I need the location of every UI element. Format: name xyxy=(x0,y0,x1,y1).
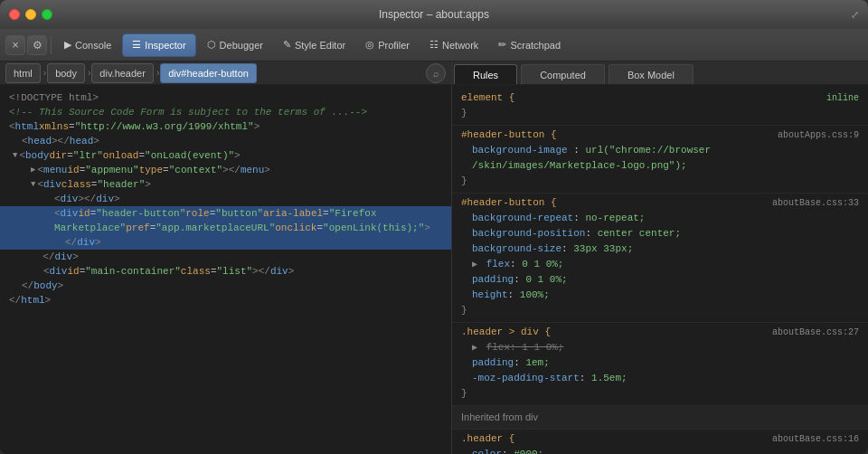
css-selector-header-div: .header > div { xyxy=(461,325,551,340)
profiler-icon: ◎ xyxy=(365,39,374,51)
inspector-label: Inspector xyxy=(145,40,185,51)
css-rule-header-button-1-header: #header-button { aboutApps.css:9 xyxy=(461,128,859,143)
html-line-doctype: <!DOCTYPE html> xyxy=(0,90,451,105)
content-area: html › body › div.header › div#header-bu… xyxy=(0,61,868,454)
css-prop-flex: ▶ flex: 0 1 0%; xyxy=(461,257,859,272)
css-rule-header-div-header: .header > div { aboutBase.css:27 xyxy=(461,325,859,340)
breadcrumb-div-header-button[interactable]: div#header-button xyxy=(160,63,257,83)
css-selector-header-button-1: #header-button { xyxy=(461,128,557,143)
css-source-about-base-16[interactable]: aboutBase.css:16 xyxy=(772,431,859,447)
traffic-lights xyxy=(9,9,52,20)
css-rule-header-button-2: #header-button { aboutBase.css:33 backgr… xyxy=(452,194,868,323)
tab-box-model[interactable]: Box Model xyxy=(609,64,693,84)
css-prop-color: color: #000; xyxy=(461,447,859,454)
html-line-close-html: </html> xyxy=(0,293,451,307)
html-line-main-container: <div id="main-container" class="list"></… xyxy=(0,264,451,279)
html-line-header-button[interactable]: <div id="header-button" role="button" ar… xyxy=(0,206,451,221)
breadcrumb: html › body › div.header › div#header-bu… xyxy=(0,61,451,85)
flex-expand-arrow[interactable]: ▶ xyxy=(472,260,477,270)
html-line-header-button-close[interactable]: </div> xyxy=(0,235,451,250)
div-header-expand-arrow[interactable]: ▼ xyxy=(31,177,35,192)
breadcrumb-arrow-2: › xyxy=(88,68,90,78)
css-rule-header-button-2-close: } xyxy=(461,303,859,318)
css-rule-element-close: } xyxy=(461,106,859,121)
x-icon: × xyxy=(12,38,19,52)
style-editor-icon: ✎ xyxy=(283,39,291,51)
css-rule-header-header: .header { aboutBase.css:16 xyxy=(461,431,859,447)
html-line-close-div: </div> xyxy=(0,250,451,264)
network-icon: ☷ xyxy=(429,39,439,51)
window-title: Inspector – about:apps xyxy=(379,8,489,21)
css-source-about-base-27[interactable]: aboutBase.css:27 xyxy=(772,325,859,340)
css-rule-header-div: .header > div { aboutBase.css:27 ▶ flex:… xyxy=(452,323,868,406)
search-icon: ⌕ xyxy=(433,68,439,79)
scratchpad-icon: ✏ xyxy=(498,39,506,51)
css-source-about-base-33[interactable]: aboutBase.css:33 xyxy=(772,195,859,211)
breadcrumb-arrow-3: › xyxy=(156,68,159,78)
breadcrumb-html[interactable]: html xyxy=(5,63,41,83)
html-line-close-body: </body> xyxy=(0,279,451,293)
profiler-label: Profiler xyxy=(378,40,410,51)
debugger-icon: ⬡ xyxy=(207,39,216,51)
flex-expand-arrow-2[interactable]: ▶ xyxy=(472,343,477,353)
css-prop-bg-position: background-position: center center; xyxy=(461,226,859,241)
console-tab-button[interactable]: ▶ Console xyxy=(55,33,120,57)
tab-rules[interactable]: Rules xyxy=(454,64,517,84)
css-prop-bg-size: background-size: 33px 33px; xyxy=(461,241,859,257)
tab-computed[interactable]: Computed xyxy=(521,64,605,84)
devtools-window: Inspector – about:apps ⤢ × ⚙ ▶ Console ☰… xyxy=(0,0,868,454)
css-rule-header-div-close: } xyxy=(461,386,859,402)
css-rules-panel[interactable]: element { inline } #header-button { abou… xyxy=(452,85,868,454)
css-prop-padding: padding: 0 1 0%; xyxy=(461,272,859,288)
close-devtools-button[interactable]: × xyxy=(5,35,25,55)
main-toolbar: × ⚙ ▶ Console ☰ Inspector ⬡ Debugger ✎ S… xyxy=(0,29,868,61)
debugger-tab-button[interactable]: ⬡ Debugger xyxy=(198,33,272,57)
css-selector-element: element { xyxy=(461,90,514,106)
minimize-button[interactable] xyxy=(25,9,36,20)
html-line-head: <head></head> xyxy=(0,134,451,148)
html-line-comment: <!-- This Source Code Form is subject to… xyxy=(0,105,451,119)
css-prop-flex-strike: ▶ flex: 1 1 0%; xyxy=(461,340,859,355)
css-prop-bg-image: background-image : url("chrome://browser xyxy=(461,143,859,158)
css-rule-header-button-2-header: #header-button { aboutBase.css:33 xyxy=(461,195,859,211)
style-editor-tab-button[interactable]: ✎ Style Editor xyxy=(274,33,354,57)
scratchpad-label: Scratchpad xyxy=(510,40,561,51)
css-prop-moz-padding: -moz-padding-start: 1.5em; xyxy=(461,371,859,386)
html-line-div-header: ▼ <div class="header"> xyxy=(0,177,451,192)
css-rule-element-header: element { inline xyxy=(461,90,859,106)
maximize-button[interactable] xyxy=(42,9,52,20)
css-rule-header-button-1-close: } xyxy=(461,174,859,189)
console-icon: ▶ xyxy=(64,39,71,51)
right-panel: Rules Computed Box Model element { inlin… xyxy=(452,61,868,454)
css-source-inline: inline xyxy=(826,90,859,106)
body-expand-arrow[interactable]: ▼ xyxy=(13,148,17,163)
css-prop-bg-image-2: /skin/images/Marketplace-logo.png"); xyxy=(461,158,859,174)
css-rule-header: .header { aboutBase.css:16 color: #000; … xyxy=(452,430,868,454)
settings-button[interactable]: ⚙ xyxy=(27,35,47,55)
html-source-panel[interactable]: <!DOCTYPE html> <!-- This Source Code Fo… xyxy=(0,85,451,454)
expand-icon[interactable]: ⤢ xyxy=(851,9,859,21)
network-label: Network xyxy=(442,40,478,51)
inspector-icon: ☰ xyxy=(132,39,141,51)
html-line-div-empty: <div></div> xyxy=(0,192,451,206)
breadcrumb-body[interactable]: body xyxy=(47,63,85,83)
inherited-div-label: Inherited from div xyxy=(452,406,868,430)
network-tab-button[interactable]: ☷ Network xyxy=(420,33,487,57)
css-prop-height: height: 100%; xyxy=(461,288,859,303)
css-source-about-apps[interactable]: aboutApps.css:9 xyxy=(778,128,859,143)
profiler-tab-button[interactable]: ◎ Profiler xyxy=(356,33,419,57)
breadcrumb-search-button[interactable]: ⌕ xyxy=(426,63,446,83)
breadcrumb-div-header[interactable]: div.header xyxy=(91,63,154,83)
scratchpad-tab-button[interactable]: ✏ Scratchpad xyxy=(489,33,570,57)
html-line-body: ▼ <body dir="ltr" onload="onLoad(event)"… xyxy=(0,148,451,163)
menu-expand-arrow[interactable]: ▶ xyxy=(31,163,35,177)
css-rule-header-button-1: #header-button { aboutApps.css:9 backgro… xyxy=(452,126,868,194)
inspector-tab-button[interactable]: ☰ Inspector xyxy=(122,33,195,57)
css-rule-element: element { inline } xyxy=(452,89,868,126)
right-tabs: Rules Computed Box Model xyxy=(452,61,868,85)
css-prop-padding2: padding: 1em; xyxy=(461,355,859,371)
titlebar: Inspector – about:apps ⤢ xyxy=(0,0,868,29)
css-prop-bg-repeat: background-repeat: no-repeat; xyxy=(461,211,859,226)
close-button[interactable] xyxy=(9,9,20,20)
html-line-header-button-cont[interactable]: Marketplace" pref="app.marketplaceURL" o… xyxy=(0,221,451,235)
